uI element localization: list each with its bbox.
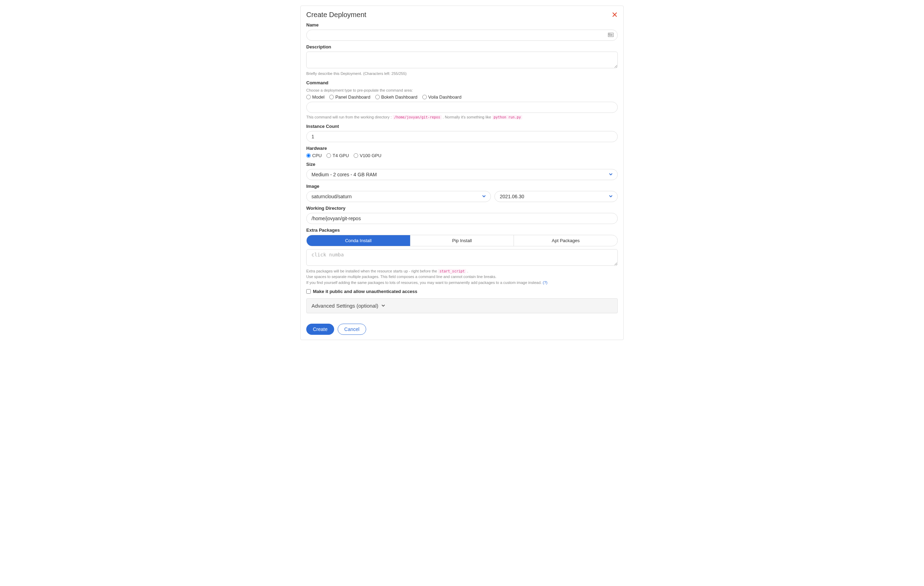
image-label: Image	[306, 183, 618, 189]
radio-voila[interactable]: Voila Dashboard	[422, 94, 461, 100]
name-input[interactable]	[306, 30, 618, 41]
command-helper-above: Choose a deployment type to pre-populate…	[306, 87, 618, 93]
command-helper-mid: . Normally it's something like	[443, 115, 492, 119]
radio-t4gpu-label: T4 GPU	[332, 153, 349, 158]
command-label: Command	[306, 80, 618, 85]
size-label: Size	[306, 162, 618, 167]
description-group: Description Briefly describe this Deploy…	[306, 44, 618, 77]
radio-panel-label: Panel Dashboard	[335, 94, 370, 100]
instance-count-label: Instance Count	[306, 124, 618, 129]
description-input[interactable]	[306, 51, 618, 68]
modal-title: Create Deployment	[306, 11, 366, 19]
radio-panel-input[interactable]	[329, 95, 334, 99]
command-type-row: Model Panel Dashboard Bokeh Dashboard Vo…	[306, 94, 618, 100]
extra-packages-helper: Extra packages will be installed when th…	[306, 268, 618, 286]
working-directory-label: Working Directory	[306, 206, 618, 211]
radio-t4gpu[interactable]: T4 GPU	[327, 153, 349, 158]
modal-header: Create Deployment ✕	[301, 6, 623, 22]
radio-v100gpu[interactable]: V100 GPU	[354, 153, 381, 158]
hardware-label: Hardware	[306, 145, 618, 151]
extra-packages-label: Extra Packages	[306, 228, 618, 233]
command-group: Command Choose a deployment type to pre-…	[306, 80, 618, 120]
chevron-down-icon	[381, 303, 385, 309]
public-checkbox-label: Make it public and allow unauthenticated…	[313, 289, 417, 294]
modal-footer: Create Cancel	[301, 319, 623, 340]
command-helper-pre: This command will run from the working d…	[306, 115, 393, 119]
radio-cpu-label: CPU	[312, 153, 322, 158]
public-checkbox-row: Make it public and allow unauthenticated…	[306, 289, 618, 294]
packages-helper-link[interactable]: (?)	[543, 281, 547, 285]
hardware-group: Hardware CPU T4 GPU V100 GPU	[306, 145, 618, 158]
image-group: Image	[306, 183, 618, 202]
size-select[interactable]	[306, 169, 618, 180]
image-version-select[interactable]	[494, 191, 618, 202]
extra-packages-input[interactable]	[306, 249, 618, 266]
radio-v100gpu-label: V100 GPU	[360, 153, 381, 158]
description-helper: Briefly describe this Deployment. (Chara…	[306, 71, 618, 77]
radio-model-label: Model	[312, 94, 324, 100]
packages-helper-2: Use spaces to separate multiple packages…	[306, 274, 497, 279]
create-deployment-modal: Create Deployment ✕ Name	[300, 6, 624, 340]
instance-count-input[interactable]	[306, 131, 618, 142]
advanced-settings-label: Advanced Settings (optional)	[312, 303, 378, 309]
radio-bokeh-label: Bokeh Dashboard	[381, 94, 417, 100]
public-checkbox[interactable]	[306, 289, 311, 294]
radio-cpu-input[interactable]	[306, 153, 311, 158]
radio-voila-input[interactable]	[422, 95, 427, 99]
tab-conda-install[interactable]: Conda Install	[307, 235, 411, 246]
name-label: Name	[306, 22, 618, 28]
advanced-settings-toggle[interactable]: Advanced Settings (optional)	[306, 298, 618, 313]
description-label: Description	[306, 44, 618, 50]
name-group: Name	[306, 22, 618, 41]
packages-helper-3-pre: If you find yourself adding the same pac…	[306, 281, 543, 285]
packages-helper-1-pre: Extra packages will be installed when th…	[306, 269, 438, 273]
command-helper-code1: /home/jovyan/git-repos	[393, 115, 441, 119]
create-button[interactable]: Create	[306, 324, 334, 335]
hardware-row: CPU T4 GPU V100 GPU	[306, 153, 618, 158]
working-directory-input[interactable]	[306, 213, 618, 224]
cancel-button[interactable]: Cancel	[338, 324, 366, 335]
image-name-select[interactable]	[306, 191, 491, 202]
packages-helper-1-code: start_script	[438, 269, 466, 274]
packages-helper-1-post: .	[466, 269, 468, 273]
radio-model-input[interactable]	[306, 95, 311, 99]
size-group: Size	[306, 162, 618, 180]
packages-tabs: Conda Install Pip Install Apt Packages	[306, 235, 618, 246]
instance-count-group: Instance Count	[306, 124, 618, 142]
radio-v100gpu-input[interactable]	[354, 153, 358, 158]
working-directory-group: Working Directory	[306, 206, 618, 224]
modal-body: Name Description Briefly describe thi	[301, 22, 623, 319]
radio-bokeh-input[interactable]	[375, 95, 380, 99]
radio-panel[interactable]: Panel Dashboard	[329, 94, 370, 100]
radio-model[interactable]: Model	[306, 94, 324, 100]
command-helper-code2: python run.py	[492, 115, 522, 119]
radio-cpu[interactable]: CPU	[306, 153, 322, 158]
close-icon[interactable]: ✕	[612, 11, 618, 19]
command-input[interactable]	[306, 102, 618, 113]
radio-t4gpu-input[interactable]	[327, 153, 331, 158]
extra-packages-group: Extra Packages Conda Install Pip Install…	[306, 228, 618, 286]
tab-apt-packages[interactable]: Apt Packages	[514, 235, 617, 246]
command-helper-below: This command will run from the working d…	[306, 114, 618, 120]
tab-pip-install[interactable]: Pip Install	[411, 235, 514, 246]
radio-voila-label: Voila Dashboard	[428, 94, 461, 100]
radio-bokeh[interactable]: Bokeh Dashboard	[375, 94, 417, 100]
